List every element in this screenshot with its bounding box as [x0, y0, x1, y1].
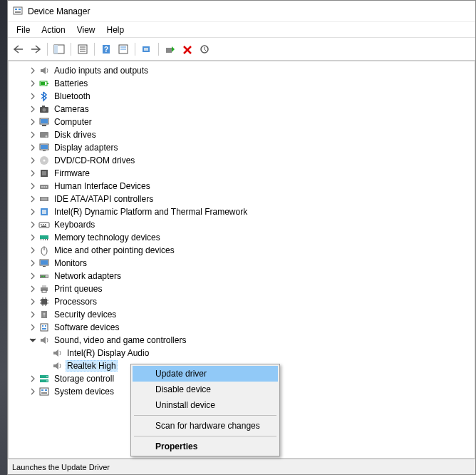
tree-node[interactable]: Firmware [10, 167, 473, 180]
forward-button[interactable] [28, 41, 43, 57]
show-hide-console-tree-button[interactable] [51, 41, 67, 57]
context-menu-item[interactable]: Disable device [133, 382, 278, 397]
svg-rect-89 [41, 389, 43, 391]
context-menu-item[interactable]: Properties [133, 439, 278, 454]
context-menu-separator [134, 415, 276, 416]
svg-rect-0 [14, 7, 22, 14]
svg-rect-17 [166, 48, 172, 53]
action-list-button[interactable] [115, 41, 131, 57]
tree-node-label: Batteries [53, 78, 89, 89]
svg-point-63 [43, 276, 45, 277]
chevron-right-icon[interactable] [27, 206, 38, 218]
help-button[interactable]: ? [98, 41, 114, 57]
svg-rect-40 [46, 186, 47, 188]
tree-node[interactable]: Intel(R) Dynamic Platform and Thermal Fr… [10, 205, 473, 218]
tree-node[interactable]: Monitors [10, 257, 473, 270]
tree-node[interactable]: Human Interface Devices [10, 180, 473, 193]
chevron-right-icon[interactable] [27, 116, 38, 128]
titlebar[interactable]: Device Manager [8, 1, 475, 22]
tree-node[interactable]: DVD/CD-ROM drives [10, 154, 473, 167]
chevron-right-icon[interactable] [27, 296, 38, 307]
chevron-right-icon[interactable] [27, 65, 38, 76]
chevron-right-icon[interactable] [27, 142, 38, 153]
update-driver-button[interactable] [197, 41, 212, 57]
chevron-right-icon[interactable] [27, 373, 38, 384]
chevron-down-icon[interactable] [27, 334, 38, 346]
camera-icon [38, 103, 50, 115]
tree-node[interactable]: Display adapters [10, 141, 473, 154]
chevron-right-icon[interactable] [27, 180, 38, 192]
status-text: Launches the Update Driver [12, 463, 110, 471]
enable-device-button[interactable] [162, 41, 178, 57]
battery-icon [38, 78, 50, 89]
chevron-right-icon[interactable] [27, 283, 38, 295]
svg-rect-68 [41, 299, 47, 305]
tree-node[interactable]: Sound, video and game controllers [10, 334, 473, 347]
svg-rect-67 [42, 290, 46, 292]
tree-node[interactable]: Software devices [10, 321, 473, 334]
tree-node[interactable]: Cameras [10, 103, 473, 116]
chevron-right-icon[interactable] [27, 155, 38, 166]
disk-icon [38, 129, 50, 141]
menu-file[interactable]: File [11, 24, 36, 36]
tree-node[interactable]: Security devices [10, 308, 473, 321]
chevron-right-icon[interactable] [27, 219, 38, 230]
chevron-right-icon[interactable] [27, 193, 38, 205]
chevron-right-icon[interactable] [27, 309, 38, 320]
chevron-right-icon[interactable] [27, 168, 38, 179]
context-menu-separator [134, 436, 276, 436]
svg-rect-90 [45, 389, 47, 391]
chevron-right-icon[interactable] [27, 103, 38, 115]
tree-node[interactable]: Disk drives [10, 128, 473, 141]
uninstall-device-button[interactable] [180, 41, 195, 57]
speaker-icon [38, 65, 50, 76]
svg-rect-2 [19, 9, 21, 10]
chevron-right-icon[interactable] [27, 245, 38, 256]
svg-rect-64 [46, 275, 48, 277]
back-button[interactable] [11, 41, 26, 57]
context-menu-item[interactable]: Uninstall device [133, 397, 278, 413]
tree-node[interactable]: Mice and other pointing devices [10, 244, 473, 257]
menu-help[interactable]: Help [101, 24, 130, 36]
tree-node[interactable]: Memory technology devices [10, 231, 473, 244]
tree-node[interactable]: Network adapters [10, 270, 473, 282]
svg-rect-38 [41, 186, 43, 188]
menubar: File Action View Help [8, 22, 475, 38]
speaker-icon [51, 360, 63, 372]
context-menu-item[interactable]: Update driver [133, 366, 278, 382]
tree-node-label: Disk drives [53, 129, 98, 141]
tree-node-label: Realtek High [66, 360, 118, 372]
chevron-right-icon[interactable] [27, 257, 38, 269]
svg-rect-36 [42, 171, 46, 175]
svg-rect-27 [42, 125, 46, 126]
svg-rect-5 [54, 45, 58, 53]
tree-node[interactable]: Print queues [10, 282, 473, 295]
menu-view[interactable]: View [71, 24, 101, 36]
properties-button[interactable] [75, 41, 90, 57]
chevron-right-icon[interactable] [27, 270, 38, 282]
tree-node[interactable]: Keyboards [10, 218, 473, 231]
svg-text:?: ? [104, 46, 108, 53]
chevron-right-icon[interactable] [27, 322, 38, 333]
tree-node[interactable]: Bluetooth [10, 90, 473, 103]
chevron-right-icon[interactable] [27, 386, 38, 397]
toolbar: ? [8, 38, 475, 61]
tree-node[interactable]: IDE ATA/ATAPI controllers [10, 193, 473, 205]
tree-node-label: Intel(R) Display Audio [66, 347, 150, 359]
tree-node[interactable]: Batteries [10, 77, 473, 90]
chevron-right-icon[interactable] [27, 78, 38, 89]
menu-action[interactable]: Action [36, 24, 71, 36]
svg-point-62 [41, 276, 43, 277]
intel-icon [38, 206, 50, 218]
tree-node[interactable]: Processors [10, 295, 473, 308]
tree-node-label: Memory technology devices [53, 232, 162, 243]
tree-node[interactable]: Audio inputs and outputs [10, 64, 473, 77]
context-menu-item[interactable]: Scan for hardware changes [133, 418, 278, 434]
chevron-right-icon[interactable] [27, 91, 38, 102]
tree-node[interactable]: Intel(R) Display Audio [10, 347, 473, 359]
svg-rect-39 [43, 186, 45, 188]
tree-node[interactable]: Computer [10, 116, 473, 128]
chevron-right-icon[interactable] [27, 232, 38, 243]
chevron-right-icon[interactable] [27, 129, 38, 141]
scan-hardware-button[interactable] [139, 41, 155, 57]
